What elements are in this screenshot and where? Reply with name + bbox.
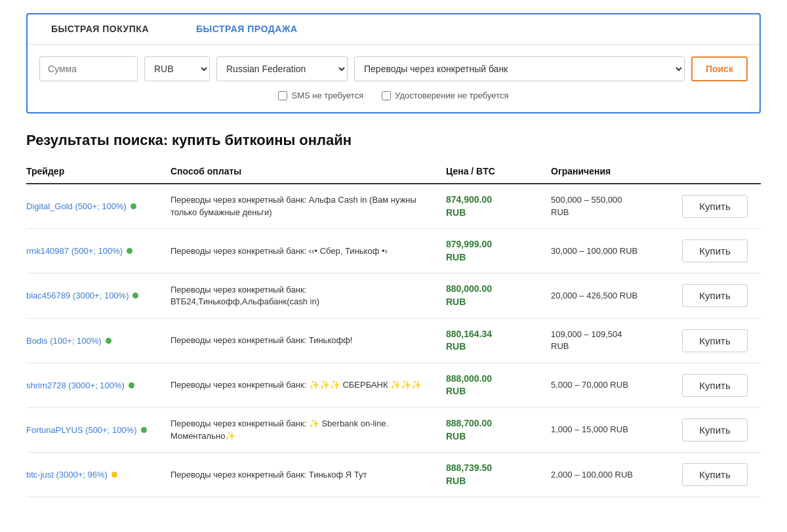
- method-cell: Переводы через конкретный банк: ВТБ24,Ти…: [171, 284, 446, 308]
- table-row: FortunaPLYUS (500+; 100%) Переводы через…: [26, 408, 761, 453]
- method-cell: Переводы через конкретный банк: ✨ Sberba…: [171, 418, 446, 441]
- id-checkbox[interactable]: [382, 91, 391, 100]
- buy-button[interactable]: Купить: [682, 374, 748, 397]
- trader-online-dot: [111, 472, 117, 478]
- table-row: Bodis (100+; 100%) Переводы через конкре…: [26, 319, 761, 363]
- currency-select[interactable]: RUB USD EUR: [144, 56, 210, 81]
- search-card: БЫСТРАЯ ПОКУПКА БЫСТРАЯ ПРОДАЖА RUB USD …: [26, 13, 761, 113]
- action-cell: Купить: [682, 329, 761, 352]
- price-cell: 874,900.00RUB: [446, 194, 551, 219]
- method-cell: Переводы через конкретный банк: ✨✨✨ СБЕР…: [171, 379, 446, 391]
- col-trader: Трейдер: [26, 166, 171, 176]
- trader-cell[interactable]: blac456789 (3000+; 100%): [26, 291, 171, 300]
- trader-online-dot: [127, 248, 132, 254]
- search-button[interactable]: Поиск: [691, 56, 748, 81]
- limits-cell: 109,000 – 109,504RUB: [551, 329, 682, 352]
- table-header: Трейдер Способ оплаты Цена / BTC Огранич…: [26, 159, 761, 184]
- tab-sell[interactable]: БЫСТРАЯ ПРОДАЖА: [172, 14, 321, 45]
- method-cell: Переводы через конкретный банк: ‹‹• Сбер…: [171, 245, 446, 257]
- limits-cell: 30,000 – 100,000 RUB: [551, 245, 682, 257]
- trader-cell[interactable]: rmk140987 (500+; 100%): [26, 246, 171, 256]
- buy-button[interactable]: Купить: [682, 463, 748, 486]
- action-cell: Купить: [682, 239, 761, 262]
- col-action: [682, 166, 761, 176]
- col-price: Цена / BTC: [446, 166, 551, 176]
- country-select[interactable]: Russian Federation United States Germany: [216, 56, 348, 81]
- limits-cell: 20,000 – 426,500 RUB: [551, 290, 682, 302]
- main-container: БЫСТРАЯ ПОКУПКА БЫСТРАЯ ПРОДАЖА RUB USD …: [13, 13, 774, 497]
- trader-online-dot: [141, 427, 147, 433]
- buy-button[interactable]: Купить: [682, 419, 748, 441]
- amount-input[interactable]: [39, 56, 138, 81]
- tab-buy[interactable]: БЫСТРАЯ ПОКУПКА: [28, 14, 172, 45]
- method-cell: Переводы через конкретный банк: Тинькофф…: [171, 335, 446, 346]
- col-limits: Ограничения: [551, 166, 682, 176]
- trader-cell[interactable]: Bodis (100+; 100%): [26, 336, 171, 346]
- price-cell: 888,739.50RUB: [446, 462, 551, 487]
- price-cell: 880,164.34RUB: [446, 328, 551, 354]
- id-checkbox-label[interactable]: Удостоверение не требуется: [382, 91, 508, 100]
- buy-button[interactable]: Купить: [682, 284, 748, 307]
- tabs-container: БЫСТРАЯ ПОКУПКА БЫСТРАЯ ПРОДАЖА: [28, 14, 759, 45]
- trader-online-dot: [131, 203, 136, 209]
- col-method: Способ оплаты: [171, 166, 446, 176]
- trader-online-dot: [129, 382, 134, 388]
- buy-button[interactable]: Купить: [682, 329, 748, 352]
- limits-cell: 500,000 – 550,000RUB: [551, 194, 682, 218]
- price-cell: 888,700.00RUB: [446, 417, 551, 443]
- method-cell: Переводы через конкретный банк: Тинькоф …: [171, 469, 446, 481]
- buy-button[interactable]: Купить: [682, 239, 748, 262]
- checkboxes-row: SMS не требуется Удостоверение не требуе…: [28, 91, 759, 100]
- action-cell: Купить: [682, 463, 761, 486]
- table-row: rmk140987 (500+; 100%) Переводы через ко…: [26, 229, 761, 274]
- action-cell: Купить: [682, 195, 761, 218]
- trader-cell[interactable]: btc-just (3000+; 96%): [26, 470, 171, 480]
- table-row: shrim2728 (3000+; 100%) Переводы через к…: [26, 363, 761, 408]
- results-table: Digital_Gold (500+; 100%) Переводы через…: [26, 184, 761, 497]
- sms-checkbox[interactable]: [278, 91, 287, 100]
- method-select[interactable]: Переводы через конкретный банк Все спосо…: [354, 56, 685, 81]
- trader-cell[interactable]: shrim2728 (3000+; 100%): [26, 380, 171, 390]
- action-cell: Купить: [682, 284, 761, 307]
- buy-button[interactable]: Купить: [682, 195, 748, 218]
- limits-cell: 5,000 – 70,000 RUB: [551, 379, 682, 391]
- limits-cell: 1,000 – 15,000 RUB: [551, 424, 682, 436]
- results-section: Результаты поиска: купить биткоины онлай…: [26, 132, 761, 497]
- trader-cell[interactable]: Digital_Gold (500+; 100%): [26, 201, 171, 211]
- method-cell: Переводы через конкретный банк: Альфа Ca…: [171, 194, 446, 218]
- price-cell: 880,000.00RUB: [446, 283, 551, 308]
- limits-cell: 2,000 – 100,000 RUB: [551, 469, 682, 481]
- trader-online-dot: [106, 338, 111, 344]
- search-row: RUB USD EUR Russian Federation United St…: [28, 56, 759, 81]
- table-row: blac456789 (3000+; 100%) Переводы через …: [26, 274, 761, 318]
- price-cell: 888,000.00RUB: [446, 373, 551, 398]
- sms-checkbox-label[interactable]: SMS не требуется: [278, 91, 363, 100]
- price-cell: 879,999.00RUB: [446, 238, 551, 264]
- table-row: btc-just (3000+; 96%) Переводы через кон…: [26, 453, 761, 497]
- action-cell: Купить: [682, 419, 761, 441]
- trader-online-dot: [132, 293, 138, 298]
- table-row: Digital_Gold (500+; 100%) Переводы через…: [26, 184, 761, 229]
- results-title: Результаты поиска: купить биткоины онлай…: [26, 132, 761, 149]
- trader-cell[interactable]: FortunaPLYUS (500+; 100%): [26, 425, 171, 435]
- action-cell: Купить: [682, 374, 761, 397]
